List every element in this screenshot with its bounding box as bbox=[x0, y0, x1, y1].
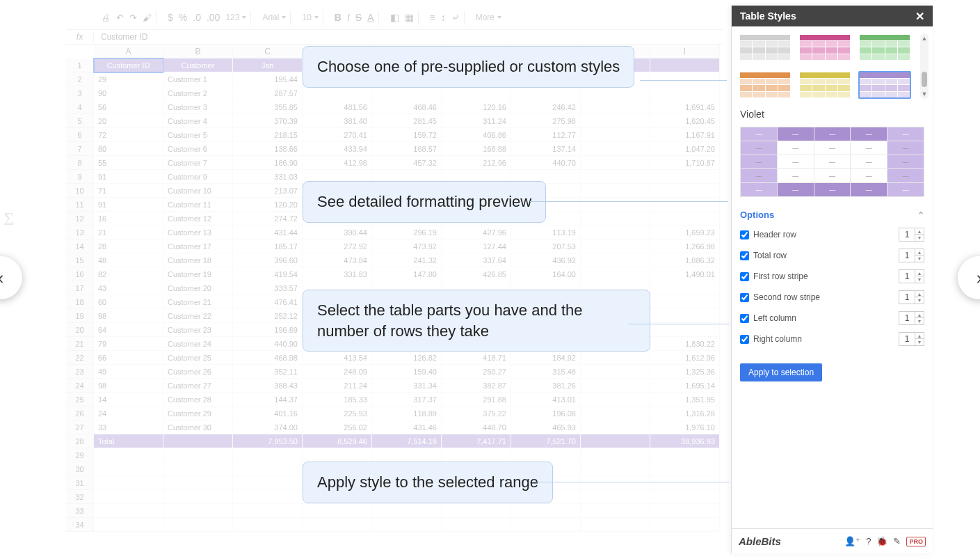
row-number[interactable]: 12 bbox=[66, 212, 94, 226]
cell[interactable]: 355.85 bbox=[233, 100, 303, 114]
cell[interactable]: 80 bbox=[94, 142, 163, 156]
cell[interactable] bbox=[650, 476, 720, 490]
cell[interactable]: 60 bbox=[94, 295, 163, 309]
row-number[interactable]: 32 bbox=[66, 490, 94, 504]
cell[interactable] bbox=[581, 462, 650, 476]
cell[interactable]: 1,659.23 bbox=[650, 226, 720, 239]
cell[interactable]: 211.24 bbox=[303, 379, 372, 393]
cell[interactable] bbox=[94, 476, 163, 490]
cell[interactable]: 66 bbox=[94, 351, 163, 365]
cell[interactable] bbox=[581, 226, 650, 239]
cell[interactable] bbox=[163, 476, 233, 490]
cell[interactable]: 433.94 bbox=[303, 142, 372, 156]
cell[interactable] bbox=[650, 170, 720, 184]
cell[interactable]: 213.07 bbox=[233, 184, 303, 198]
cell[interactable]: 1,695.14 bbox=[650, 379, 720, 393]
row-number[interactable]: 21 bbox=[66, 337, 94, 351]
cell[interactable]: 413.54 bbox=[303, 351, 372, 365]
cell[interactable]: Customer 25 bbox=[163, 351, 233, 365]
user-plus-icon[interactable]: 👤⁺ bbox=[844, 536, 860, 546]
cell[interactable]: Customer 21 bbox=[163, 295, 233, 309]
option-stepper[interactable]: 1▲▼ bbox=[899, 228, 924, 242]
col-header[interactable]: B bbox=[163, 45, 233, 58]
cell[interactable] bbox=[650, 490, 720, 504]
cell[interactable] bbox=[511, 504, 581, 518]
cell[interactable]: 481.56 bbox=[303, 100, 372, 114]
cell[interactable] bbox=[581, 239, 650, 253]
cell[interactable]: 1,830.22 bbox=[650, 337, 720, 351]
cell[interactable] bbox=[650, 86, 720, 100]
cell[interactable]: 281.45 bbox=[372, 114, 442, 128]
cell[interactable]: 440.70 bbox=[511, 156, 581, 170]
cell[interactable] bbox=[581, 365, 650, 379]
cell[interactable] bbox=[650, 309, 720, 323]
cell[interactable]: 98 bbox=[94, 309, 163, 323]
cell[interactable]: 381.40 bbox=[303, 114, 372, 128]
cell[interactable]: 1,691.45 bbox=[650, 100, 720, 114]
cell[interactable]: 473.92 bbox=[372, 239, 442, 253]
currency-icon[interactable]: $ bbox=[168, 12, 173, 23]
option-checkbox[interactable] bbox=[740, 293, 749, 302]
cell[interactable]: 118.89 bbox=[372, 407, 442, 420]
cell[interactable]: 212.96 bbox=[442, 156, 511, 170]
option-checkbox[interactable] bbox=[740, 314, 749, 323]
cell[interactable] bbox=[581, 212, 650, 226]
cell[interactable]: 82 bbox=[94, 267, 163, 281]
sigma-icon[interactable]: Σ bbox=[3, 209, 14, 230]
cell[interactable]: 20 bbox=[94, 114, 163, 128]
row-number[interactable]: 13 bbox=[66, 226, 94, 239]
cell[interactable]: 246.42 bbox=[511, 100, 581, 114]
cell[interactable]: Customer 17 bbox=[163, 239, 233, 253]
options-header[interactable]: Options ⌃ bbox=[740, 205, 924, 224]
cell[interactable] bbox=[581, 393, 650, 407]
cell[interactable] bbox=[163, 490, 233, 504]
row-number[interactable]: 22 bbox=[66, 351, 94, 365]
cell[interactable]: 112.77 bbox=[511, 128, 581, 142]
cell[interactable]: 120.16 bbox=[442, 100, 511, 114]
cell[interactable] bbox=[581, 434, 650, 448]
cell[interactable] bbox=[650, 323, 720, 337]
cell[interactable]: Customer 22 bbox=[163, 309, 233, 323]
cell[interactable]: 24 bbox=[94, 407, 163, 420]
cell[interactable]: 406.86 bbox=[442, 128, 511, 142]
option-stepper[interactable]: 1▲▼ bbox=[899, 249, 924, 262]
cell[interactable]: 468.98 bbox=[233, 351, 303, 365]
scroll-thumb[interactable] bbox=[922, 72, 927, 87]
cell[interactable]: 375.22 bbox=[442, 407, 511, 420]
cell[interactable]: Customer 6 bbox=[163, 142, 233, 156]
more-dropdown[interactable]: More bbox=[476, 13, 501, 22]
cell[interactable]: 1,490.01 bbox=[650, 267, 720, 281]
cell[interactable] bbox=[650, 184, 720, 198]
cell[interactable] bbox=[94, 490, 163, 504]
apply-button[interactable]: Apply to selection bbox=[740, 363, 822, 381]
row-number[interactable]: 1 bbox=[66, 58, 94, 72]
row-number[interactable]: 26 bbox=[66, 407, 94, 420]
cell[interactable]: 248.09 bbox=[303, 365, 372, 379]
cell[interactable] bbox=[511, 86, 581, 100]
cell[interactable] bbox=[442, 504, 511, 518]
cell[interactable]: 185.17 bbox=[233, 239, 303, 253]
cell[interactable]: 381.26 bbox=[511, 379, 581, 393]
prev-slide-button[interactable]: ‹ bbox=[0, 256, 22, 299]
cell[interactable] bbox=[233, 476, 303, 490]
cell[interactable]: Customer 26 bbox=[163, 365, 233, 379]
cell[interactable]: 196.08 bbox=[511, 407, 581, 420]
cell[interactable]: 168.88 bbox=[442, 142, 511, 156]
cell[interactable] bbox=[233, 462, 303, 476]
cell[interactable]: Total bbox=[94, 434, 163, 448]
cell[interactable] bbox=[372, 86, 442, 100]
cell[interactable]: Customer bbox=[163, 58, 233, 72]
cell[interactable]: Customer 18 bbox=[163, 253, 233, 267]
col-header[interactable]: I bbox=[650, 45, 720, 58]
cell[interactable]: Customer 19 bbox=[163, 267, 233, 281]
cell[interactable]: 396.60 bbox=[233, 253, 303, 267]
formula-value[interactable]: Customer ID bbox=[94, 32, 147, 42]
paint-format-icon[interactable] bbox=[143, 12, 152, 23]
cell[interactable]: 138.66 bbox=[233, 142, 303, 156]
cell[interactable] bbox=[94, 448, 163, 462]
cell[interactable]: 144.37 bbox=[233, 393, 303, 407]
cell[interactable]: 56 bbox=[94, 100, 163, 114]
cell[interactable]: 418.71 bbox=[442, 351, 511, 365]
cell[interactable]: 43 bbox=[94, 281, 163, 295]
cell[interactable] bbox=[233, 504, 303, 518]
